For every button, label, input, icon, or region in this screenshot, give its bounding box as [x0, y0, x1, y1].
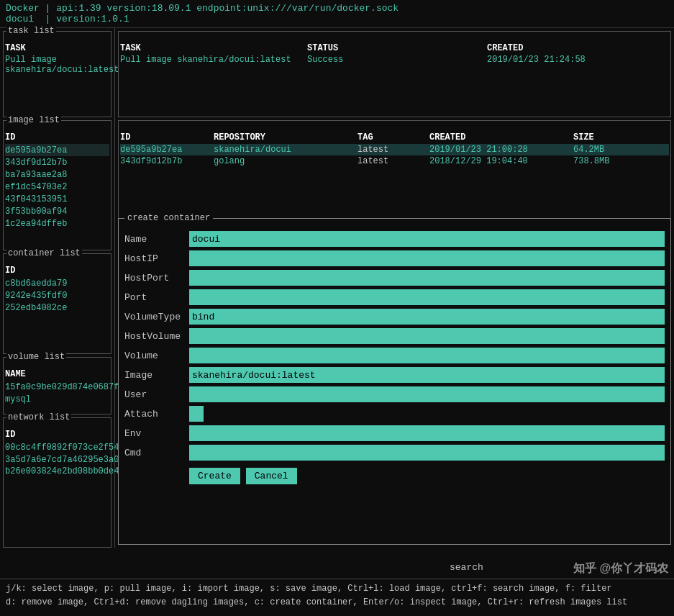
hostip-input[interactable] — [189, 250, 665, 266]
image-data-row[interactable]: 343df9d12b7b golang latest 2018/12/29 19… — [120, 155, 669, 167]
network-row[interactable]: 3a5d7a6e7cd7a46295e3a0 — [5, 453, 109, 466]
img-created-hdr: CREATED — [429, 132, 573, 142]
docker-info-line: Docker | api:1.39 version:18.09.1 endpoi… — [6, 3, 668, 14]
container-row[interactable]: 252edb4082ce — [5, 302, 109, 314]
task-col-header: TASK — [5, 43, 109, 53]
task-list-header: TASK — [5, 42, 109, 55]
modal-title: create container — [124, 213, 213, 223]
image-right-header: ID REPOSITORY TAG CREATED SIZE — [120, 131, 669, 144]
volumetype-input[interactable] — [189, 309, 665, 325]
hostport-input[interactable] — [189, 270, 665, 286]
volume-field-row: Volume — [124, 348, 665, 363]
volumetype-label: VolumeType — [124, 312, 189, 322]
volume-label: Volume — [124, 350, 189, 361]
task-value: Pull image skanehira/docui:latest — [5, 55, 109, 75]
image-row[interactable]: de595a9b27ea — [5, 144, 109, 156]
image-row[interactable]: ef1dc54703e2 — [5, 181, 109, 193]
bottom-bar: j/k: select image, p: pull image, i: imp… — [0, 579, 674, 616]
volume-list-title: volume list — [6, 352, 66, 362]
task-row: Pull image skanehira/docui:latest — [5, 55, 109, 75]
top-bar: Docker | api:1.39 version:18.09.1 endpoi… — [0, 0, 674, 28]
task-list-right: TASK STATUS CREATED Pull image skanehira… — [118, 31, 671, 117]
port-input[interactable] — [189, 289, 665, 305]
watermark: 知乎 @你丫才码农 — [573, 561, 668, 576]
attach-label: Attach — [124, 409, 189, 420]
image-list-section-left: image list ID de595a9b27ea 343df9d12b7b … — [3, 120, 111, 250]
user-label: User — [124, 389, 189, 400]
volume-row[interactable]: 15fa0c9be029d874e0687f — [5, 381, 109, 393]
container-list-section: container list ID c8bd6aedda79 9242e435f… — [3, 253, 111, 354]
docui-info-line: docui | version:1.0.1 — [6, 14, 668, 24]
create-button[interactable]: Create — [189, 468, 240, 484]
user-input[interactable] — [189, 386, 665, 402]
img-tag-hdr: TAG — [358, 132, 429, 142]
vol-name-col-header: NAME — [5, 369, 26, 379]
image-row[interactable]: 343df9d12b7b — [5, 156, 109, 168]
created-header: CREATED — [487, 43, 523, 53]
image-list-right: ID REPOSITORY TAG CREATED SIZE de595a9b2… — [118, 120, 671, 221]
env-input[interactable] — [189, 425, 665, 441]
image-row[interactable]: 43f043153951 — [5, 193, 109, 205]
cmd-input[interactable] — [189, 445, 665, 461]
hostvolume-input[interactable] — [189, 328, 665, 344]
network-list-section: network list ID 00c8c4ff0892f073ce2f54 3… — [3, 417, 111, 548]
image-field-row: Image — [124, 367, 665, 383]
status-header: STATUS — [307, 43, 487, 53]
cont-id-col-header: ID — [5, 266, 15, 276]
network-list-header: ID — [5, 428, 109, 441]
right-main-area: TASK STATUS CREATED Pull image skanehira… — [115, 28, 674, 548]
user-field-row: User — [124, 386, 665, 402]
volume-row[interactable]: mysql — [5, 393, 109, 405]
volumetype-field-row: VolumeType — [124, 309, 665, 325]
container-row[interactable]: 9242e435fdf0 — [5, 289, 109, 302]
image-row[interactable]: 1c2ea94dffeb — [5, 217, 109, 230]
image-data-row[interactable]: de595a9b27ea skanehira/docui latest 2019… — [120, 144, 669, 155]
id-col-header: ID — [5, 132, 15, 142]
cmd-label: Cmd — [124, 448, 189, 458]
env-label: Env — [124, 428, 189, 439]
container-list-title: container list — [6, 248, 82, 258]
image-label: Image — [124, 370, 189, 381]
img-repo-hdr: REPOSITORY — [214, 132, 358, 142]
hostvolume-label: HostVolume — [124, 331, 189, 342]
task-data-row: Pull image skanehira/docui:latest Succes… — [120, 55, 669, 65]
name-label: Name — [124, 234, 189, 245]
attach-input[interactable] — [189, 406, 204, 422]
image-input[interactable] — [189, 367, 665, 383]
task-data-task: Pull image skanehira/docui:latest — [120, 55, 307, 65]
modal-buttons: Create Cancel — [124, 468, 665, 484]
net-id-col-header: ID — [5, 430, 15, 440]
name-field-row: Name — [124, 231, 665, 247]
volume-list-header: NAME — [5, 368, 109, 381]
image-row[interactable]: ba7a93aae2a8 — [5, 168, 109, 181]
image-row[interactable]: 3f53bb00af94 — [5, 205, 109, 217]
env-field-row: Env — [124, 425, 665, 441]
task-list-title: task list — [6, 26, 56, 36]
port-field-row: Port — [124, 289, 665, 305]
network-list-title: network list — [6, 412, 71, 422]
left-panel: task list TASK Pull image skanehira/docu… — [0, 28, 115, 548]
hostport-field-row: HostPort — [124, 270, 665, 286]
port-label: Port — [124, 292, 189, 303]
volume-list-section: volume list NAME 15fa0c9be029d874e0687f … — [3, 357, 111, 415]
task-data-status: Success — [307, 55, 487, 65]
task-header: TASK — [120, 43, 307, 53]
attach-field-row: Attach — [124, 406, 665, 422]
network-row[interactable]: 00c8c4ff0892f073ce2f54 — [5, 441, 109, 453]
image-list-title: image list — [6, 115, 61, 125]
cmd-field-row: Cmd — [124, 445, 665, 461]
network-row[interactable]: b26e003824e2bd08bb0de4... bridge local — [5, 466, 109, 477]
volume-input[interactable] — [189, 348, 665, 363]
img-id-hdr: ID — [120, 132, 214, 142]
image-list-header: ID — [5, 131, 109, 144]
hostip-label: HostIP — [124, 253, 189, 264]
img-size-hdr: SIZE — [573, 132, 594, 142]
container-row[interactable]: c8bd6aedda79 — [5, 277, 109, 289]
hostip-field-row: HostIP — [124, 250, 665, 266]
task-data-created: 2019/01/23 21:24:58 — [487, 55, 586, 65]
cancel-button[interactable]: Cancel — [246, 468, 297, 484]
name-input[interactable] — [189, 231, 665, 247]
hostvolume-field-row: HostVolume — [124, 328, 665, 344]
help-line1: j/k: select image, p: pull image, i: imp… — [6, 582, 668, 596]
task-right-header: TASK STATUS CREATED — [120, 42, 669, 55]
